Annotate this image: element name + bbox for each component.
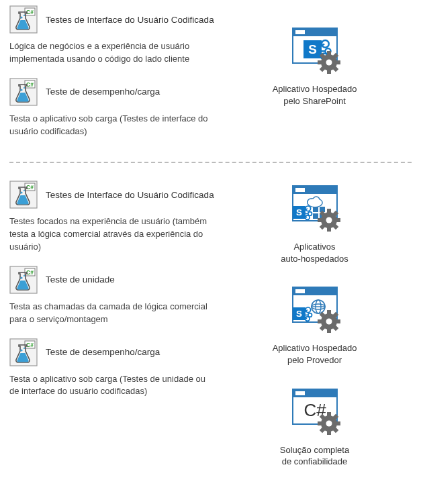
performance-test-icon (9, 78, 38, 106)
tests-column-top: Testes de Interface do Usuário Codificad… (9, 5, 218, 150)
test-block: Teste de desempenho/carga Testa o aplica… (9, 338, 218, 399)
tests-column-bottom: Testes de Interface do Usuário Codificad… (9, 181, 218, 410)
app-provider-hosted: Aplicativo Hospedadopelo Provedor (218, 285, 412, 366)
app-caption: Aplicativo Hospedadopelo SharePoint (273, 83, 357, 107)
app-column-top: Aplicativo Hospedadopelo SharePoint (218, 5, 412, 107)
coded-ui-test-icon (9, 5, 38, 34)
test-block: Testes de Interface do Usuário Codificad… (9, 5, 218, 66)
test-title: Teste de desempenho/carga (46, 347, 160, 357)
section-divider (9, 162, 412, 163)
test-description: Testa o aplicativo sob carga (Testes de … (9, 373, 218, 399)
app-full-trust: Solução completade confiabilidade (218, 387, 412, 468)
unit-test-icon (9, 266, 38, 294)
sharepoint-app-icon (287, 26, 342, 78)
test-description: Testa as chamadas da camada de lógica co… (9, 301, 218, 326)
autohosted-app-icon (287, 183, 342, 236)
app-caption: Solução completade confiabilidade (280, 444, 349, 468)
test-description: Testa o aplicativo sob carga (Testes de … (9, 113, 218, 138)
performance-test-icon (9, 338, 38, 366)
test-title: Teste de desempenho/carga (46, 87, 160, 97)
app-column-bottom: Aplicativosauto-hospedados Aplicativo Ho… (218, 181, 412, 467)
app-sharepoint-hosted: Aplicativo Hospedadopelo SharePoint (218, 26, 412, 107)
test-description: Lógica de negócios e a experiência de us… (9, 40, 218, 66)
coded-ui-test-icon (9, 181, 38, 209)
test-block: Teste de unidade Testa as chamadas da ca… (9, 266, 218, 326)
test-block: Testes de Interface do Usuário Codificad… (9, 181, 218, 254)
test-title: Teste de unidade (46, 274, 115, 285)
test-block: Teste de desempenho/carga Testa o aplica… (9, 78, 218, 138)
test-title: Testes de Interface do Usuário Codificad… (46, 15, 214, 25)
provider-hosted-app-icon (287, 285, 342, 337)
section-other-apps: Testes de Interface do Usuário Codificad… (9, 181, 412, 467)
app-caption: Aplicativo Hospedadopelo Provedor (273, 342, 357, 366)
section-sharepoint-hosted: Testes de Interface do Usuário Codificad… (9, 5, 412, 150)
full-trust-app-icon (287, 387, 342, 439)
app-autohosted: Aplicativosauto-hospedados (218, 183, 412, 264)
test-title: Testes de Interface do Usuário Codificad… (46, 190, 214, 200)
app-caption: Aplicativosauto-hospedados (281, 241, 348, 264)
test-description: Testes focados na experiência de usuário… (9, 215, 218, 254)
